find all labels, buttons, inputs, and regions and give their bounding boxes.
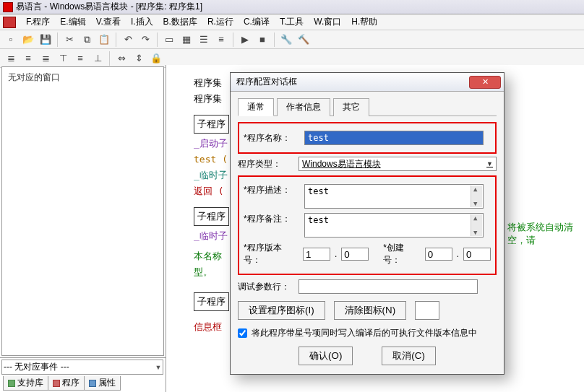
label-build: *创建号： [383, 242, 420, 266]
lib-icon [8, 380, 15, 387]
program-name-input[interactable]: test [304, 131, 484, 145]
align-left-icon[interactable]: ≣ [3, 51, 19, 66]
dialog-buttons: 确认(O) 取消(C) [238, 347, 497, 365]
scrollbar[interactable] [471, 214, 482, 236]
highlight-box-1: *程序名称： test [238, 122, 497, 154]
close-button[interactable]: ✕ [469, 76, 501, 89]
align-top-icon[interactable]: ⊤ [55, 51, 71, 66]
tab-other[interactable]: 其它 [333, 98, 369, 116]
separator [116, 32, 116, 47]
align-middle-icon[interactable]: ≡ [72, 51, 88, 66]
menu-tools[interactable]: T.工具 [275, 14, 308, 30]
version-minor-input[interactable] [341, 248, 369, 261]
description-input[interactable]: test [304, 184, 484, 209]
debug-args-input[interactable] [299, 279, 478, 294]
align-center-icon[interactable]: ≡ [20, 51, 36, 66]
dialog-titlebar: 程序配置对话框 ✕ [231, 73, 504, 92]
paste-icon[interactable]: 📋 [96, 32, 112, 48]
program-type-select[interactable]: Windows易语言模块 ▼ [299, 157, 497, 171]
align-right-icon[interactable]: ≣ [38, 51, 53, 66]
tab-label: 属性 [98, 377, 116, 389]
copy-icon[interactable]: ⧉ [79, 32, 95, 48]
chevron-down-icon: ▼ [486, 160, 493, 167]
menu-view[interactable]: V.查看 [92, 14, 125, 30]
table-icon[interactable]: ☰ [196, 32, 212, 48]
window-title: 易语言 - Windows易语言模块 - [程序集: 程序集1] [16, 1, 202, 13]
tab-program[interactable]: 程序 [48, 376, 85, 391]
code-line: 信息框 [194, 319, 229, 335]
label-description: *程序描述： [244, 184, 300, 196]
new-icon[interactable]: ▫ [3, 32, 19, 48]
align-bottom-icon[interactable]: ⊥ [90, 51, 106, 66]
label-version: *程序版本号： [244, 242, 299, 266]
wrench-icon[interactable]: 🔧 [278, 32, 294, 48]
menu-program[interactable]: F.程序 [22, 14, 54, 30]
version-info-checkbox[interactable] [238, 328, 247, 338]
tab-label: 程序 [62, 377, 80, 389]
stop-icon[interactable]: ■ [254, 32, 270, 48]
dialog-tabs: 通常 作者信息 其它 [238, 97, 497, 116]
set-icon-button[interactable]: 设置程序图标(I) [238, 301, 325, 320]
code-box: 子程序 [194, 292, 229, 311]
tab-support-lib[interactable]: 支持库 [3, 376, 48, 391]
dialog-body: 通常 作者信息 其它 *程序名称： test 程序类型： Windows易语言模… [231, 92, 504, 374]
lock-icon[interactable]: 🔒 [148, 51, 164, 66]
highlight-box-2: *程序描述： test *程序备注： test *程序版本号： . *创建号： … [238, 175, 497, 275]
hammer-icon[interactable]: 🔨 [296, 32, 312, 48]
separator [274, 32, 275, 47]
menu-run[interactable]: R.运行 [203, 14, 238, 30]
version-info-checkbox-row: 将此程序带星号项同时写入编译后的可执行文件版本信息中 [238, 327, 497, 339]
build-minor-input[interactable] [463, 248, 491, 261]
label-debug-args: 调试参数行： [238, 281, 294, 293]
code-line: 程序集 [194, 75, 229, 91]
redo-icon[interactable]: ↷ [137, 32, 153, 48]
bottom-tabs: 支持库 程序 属性 [0, 376, 166, 391]
cancel-button[interactable]: 取消(C) [382, 347, 436, 365]
tab-author[interactable]: 作者信息 [277, 98, 330, 116]
clear-icon-button[interactable]: 清除图标(N) [334, 301, 407, 320]
code-line: test ( [194, 152, 229, 167]
icon-preview [415, 301, 439, 320]
size-icon[interactable]: ⇔ [113, 51, 129, 66]
textarea-text: test [308, 186, 329, 196]
build-major-input[interactable] [425, 248, 452, 261]
list-icon[interactable]: ≡ [213, 32, 229, 48]
tab-properties[interactable]: 属性 [84, 376, 121, 391]
separator [109, 51, 110, 66]
ok-button[interactable]: 确认(O) [299, 347, 353, 365]
tab-label: 支持库 [17, 377, 43, 389]
grid-icon[interactable]: ▦ [179, 32, 194, 48]
form-icon[interactable]: ▭ [161, 32, 177, 48]
event-combo[interactable]: --- 无对应事件 --- ▼ [1, 360, 163, 375]
menu-window[interactable]: W.窗口 [309, 14, 345, 30]
textarea-text: test [308, 215, 329, 225]
menu-edit[interactable]: E.编辑 [56, 14, 90, 30]
label-program-type: 程序类型： [238, 158, 294, 170]
code-box: 子程序 [194, 115, 229, 134]
undo-icon[interactable]: ↶ [120, 32, 136, 48]
cut-icon[interactable]: ✂ [61, 32, 77, 48]
menu-insert[interactable]: I.插入 [126, 14, 158, 30]
tab-general[interactable]: 通常 [238, 98, 274, 116]
remark-input[interactable]: test [304, 213, 484, 238]
app-icon [3, 2, 13, 12]
left-bottom: --- 无对应事件 --- ▼ 支持库 程序 属性 [0, 357, 166, 392]
dialog-title: 程序配置对话框 [236, 76, 297, 88]
tree-header: 无对应的窗口 [5, 70, 160, 85]
version-major-input[interactable] [303, 248, 330, 261]
run-icon[interactable]: ▶ [237, 32, 253, 48]
size2-icon[interactable]: ⇕ [131, 51, 147, 66]
menu-help[interactable]: H.帮助 [347, 14, 382, 30]
dot: . [335, 249, 337, 259]
select-value: Windows易语言模块 [302, 158, 381, 170]
menu-database[interactable]: B.数据库 [159, 14, 202, 30]
config-dialog: 程序配置对话框 ✕ 通常 作者信息 其它 *程序名称： test 程序类型： W… [230, 72, 504, 375]
code-line: _启动子 [194, 136, 229, 152]
chevron-down-icon: ▼ [155, 364, 161, 371]
open-icon[interactable]: 📂 [20, 32, 36, 48]
scrollbar[interactable] [471, 186, 482, 207]
menu-compile[interactable]: C.编译 [239, 14, 274, 30]
save-icon[interactable]: 💾 [38, 32, 53, 48]
title-bar: 易语言 - Windows易语言模块 - [程序集: 程序集1] [0, 0, 584, 14]
checkbox-label: 将此程序带星号项同时写入编译后的可执行文件版本信息中 [252, 327, 477, 339]
